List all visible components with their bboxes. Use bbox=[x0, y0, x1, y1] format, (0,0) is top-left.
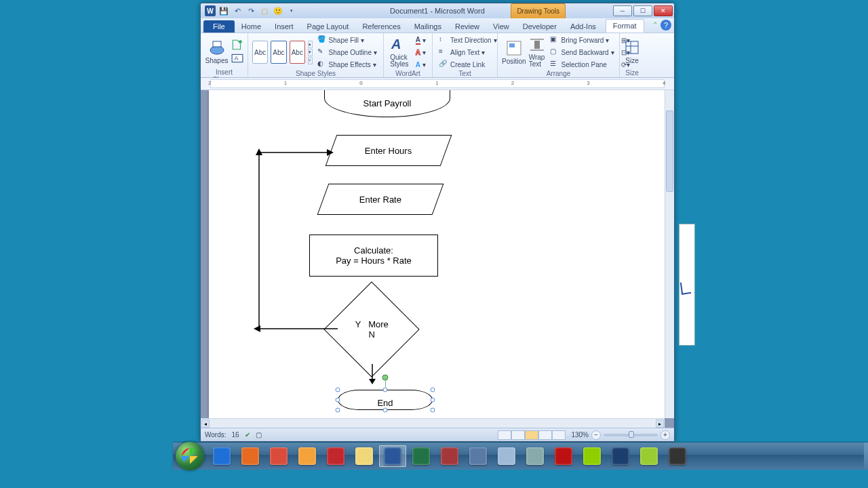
handle-nw[interactable] bbox=[336, 388, 340, 392]
style-swatch-2[interactable]: Abc bbox=[271, 41, 286, 64]
tab-mailings[interactable]: Mailings bbox=[408, 20, 448, 33]
app2-icon bbox=[640, 447, 658, 465]
style-gallery-up-icon[interactable]: ▴ bbox=[308, 41, 313, 48]
align-text-button[interactable]: ≡Align Text ▾ bbox=[437, 47, 499, 58]
zoom-out-button[interactable]: − bbox=[591, 430, 601, 440]
tab-home[interactable]: Home bbox=[235, 20, 268, 33]
words-count[interactable]: 16 bbox=[232, 431, 239, 439]
taskbar-opera[interactable] bbox=[322, 445, 349, 467]
status-bar: Words: 16 ✔ ▢ 130% − + bbox=[201, 428, 674, 441]
pencil-icon: ✎ bbox=[317, 47, 327, 57]
text-effects-button[interactable]: A▾ bbox=[414, 59, 428, 70]
send-backward-button[interactable]: ▢Send Backward ▾ bbox=[548, 47, 616, 58]
tab-view[interactable]: View bbox=[486, 20, 516, 33]
tab-references[interactable]: References bbox=[355, 20, 407, 33]
selection-pane-button[interactable]: ☰Selection Pane bbox=[548, 59, 616, 70]
zoom-level[interactable]: 130% bbox=[571, 431, 589, 439]
rotate-handle[interactable] bbox=[382, 375, 389, 381]
scroll-right-icon[interactable]: ▸ bbox=[656, 420, 664, 428]
decision-more[interactable]: Y More N bbox=[323, 281, 419, 377]
tab-developer[interactable]: Developer bbox=[516, 20, 564, 33]
view-web-layout[interactable] bbox=[525, 430, 538, 440]
qat-redo-icon[interactable]: ↷ bbox=[245, 5, 256, 16]
minimize-button[interactable]: ─ bbox=[613, 5, 632, 16]
quick-styles-button[interactable]: A Quick Styles bbox=[388, 35, 411, 69]
qat-emoji-icon[interactable]: 🙂 bbox=[273, 5, 283, 16]
shapes-gallery-button[interactable]: Shapes bbox=[205, 35, 229, 68]
taskbar-app2[interactable] bbox=[635, 445, 663, 467]
horizontal-ruler[interactable]: 2101234 bbox=[201, 78, 674, 90]
style-gallery-down-icon[interactable]: ▾ bbox=[308, 49, 313, 56]
maximize-button[interactable]: ☐ bbox=[633, 5, 652, 16]
position-icon bbox=[506, 40, 522, 56]
scroll-left-icon[interactable]: ◂ bbox=[201, 420, 210, 428]
handle-ne[interactable] bbox=[431, 388, 435, 392]
qat-new-icon[interactable]: ▢ bbox=[259, 5, 270, 16]
page[interactable]: Start Payroll Enter Hours Enter Rate Cal… bbox=[209, 90, 665, 418]
spellcheck-icon[interactable]: ✔ bbox=[245, 431, 250, 439]
tab-insert[interactable]: Insert bbox=[268, 20, 300, 33]
style-swatch-1[interactable]: Abc bbox=[252, 41, 268, 64]
taskbar-outlook[interactable] bbox=[294, 445, 321, 467]
taskbar-movie-maker[interactable] bbox=[664, 445, 691, 467]
view-full-screen[interactable] bbox=[511, 430, 525, 440]
vertical-scrollbar[interactable] bbox=[665, 90, 674, 418]
taskbar-notepad[interactable] bbox=[493, 445, 520, 467]
group-arrange-label: Arrange bbox=[502, 70, 615, 78]
macro-icon[interactable]: ▢ bbox=[256, 431, 262, 439]
edit-shape-icon[interactable] bbox=[231, 39, 243, 51]
wrap-text-button[interactable]: Wrap Text bbox=[529, 35, 545, 69]
taskbar-adobe-reader[interactable] bbox=[550, 445, 577, 467]
view-outline[interactable] bbox=[538, 430, 552, 440]
qat-dropdown-icon[interactable]: ▾ bbox=[286, 5, 297, 16]
style-swatch-3[interactable]: Abc bbox=[290, 41, 305, 64]
style-gallery-more-icon[interactable]: ▿ bbox=[308, 57, 313, 64]
tab-review[interactable]: Review bbox=[448, 20, 486, 33]
taskbar-access[interactable] bbox=[436, 445, 463, 467]
qat-undo-icon[interactable]: ↶ bbox=[232, 5, 243, 16]
shape-effects-button[interactable]: ◐Shape Effects ▾ bbox=[315, 59, 379, 70]
text-fill-button[interactable]: A▾ bbox=[414, 35, 428, 45]
taskbar-explorer[interactable] bbox=[351, 445, 378, 467]
taskbar-snip[interactable] bbox=[521, 445, 549, 467]
qat-save-icon[interactable]: 💾 bbox=[218, 5, 229, 16]
create-link-button[interactable]: 🔗Create Link bbox=[437, 59, 499, 70]
notepad-icon bbox=[498, 447, 515, 465]
taskbar-photoshop[interactable] bbox=[607, 445, 634, 467]
start-button[interactable] bbox=[176, 442, 204, 470]
tab-format[interactable]: Format bbox=[606, 19, 644, 33]
horizontal-scrollbar[interactable]: ◂ ▸ bbox=[201, 418, 665, 428]
svg-point-2 bbox=[239, 40, 242, 43]
svg-text:A: A bbox=[235, 55, 239, 62]
help-button[interactable]: ? bbox=[660, 20, 671, 30]
zoom-in-button[interactable]: + bbox=[660, 430, 670, 440]
shape-outline-button[interactable]: ✎Shape Outline ▾ bbox=[315, 47, 379, 58]
ribbon-minimize-icon[interactable]: ⌃ bbox=[652, 21, 658, 28]
close-button[interactable]: ✕ bbox=[654, 5, 673, 16]
taskbar-excel[interactable] bbox=[408, 445, 435, 467]
taskbar-ie[interactable] bbox=[208, 445, 235, 467]
taskbar-dreamweaver[interactable] bbox=[578, 445, 606, 467]
taskbar-app1[interactable] bbox=[465, 445, 492, 467]
bring-forward-button[interactable]: ▣Bring Forward ▾ bbox=[548, 35, 616, 45]
tab-page-layout[interactable]: Page Layout bbox=[300, 20, 356, 33]
handle-sw[interactable] bbox=[336, 408, 340, 413]
tab-file[interactable]: File bbox=[203, 20, 235, 33]
taskbar-word[interactable] bbox=[379, 445, 406, 467]
position-button[interactable]: Position bbox=[502, 35, 526, 69]
terminator-end[interactable]: End bbox=[338, 390, 433, 410]
terminator-start[interactable]: Start Payroll bbox=[324, 90, 450, 117]
taskbar-firefox[interactable] bbox=[237, 445, 264, 467]
tab-add-ins[interactable]: Add-Ins bbox=[564, 20, 603, 33]
zoom-slider[interactable] bbox=[604, 434, 658, 436]
taskbar-chrome[interactable] bbox=[265, 445, 292, 467]
handle-se[interactable] bbox=[431, 408, 435, 413]
text-outline-button[interactable]: A▾ bbox=[414, 47, 428, 58]
textbox-icon[interactable]: A bbox=[231, 52, 243, 64]
view-draft[interactable] bbox=[552, 430, 566, 440]
size-button[interactable]: Size bbox=[624, 35, 640, 69]
text-direction-button[interactable]: ↕Text Direction ▾ bbox=[437, 35, 499, 45]
shape-fill-button[interactable]: 🪣Shape Fill ▾ bbox=[315, 35, 379, 45]
view-print-layout[interactable] bbox=[498, 430, 511, 440]
io-enter-hours[interactable]: Enter Hours bbox=[326, 135, 452, 166]
